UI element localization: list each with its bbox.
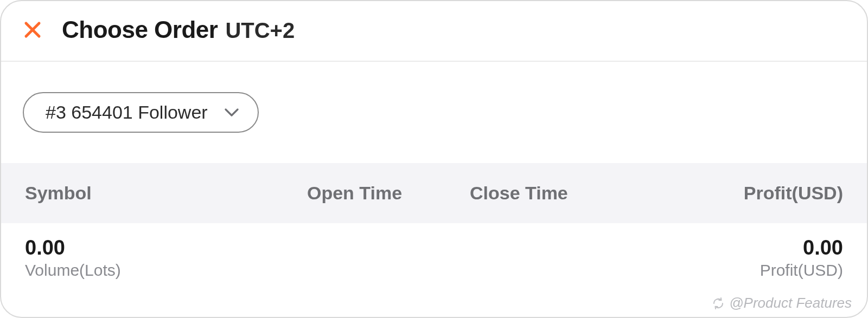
summary-profit-label: Profit(USD) xyxy=(434,261,843,280)
title-timezone: UTC+2 xyxy=(225,18,295,43)
summary-profit-value: 0.00 xyxy=(434,236,843,260)
close-icon[interactable] xyxy=(23,20,42,40)
column-header-symbol: Symbol xyxy=(25,183,307,204)
column-header-close-time: Close Time xyxy=(470,183,643,204)
summary-volume-label: Volume(Lots) xyxy=(25,261,434,280)
orders-table-header: Symbol Open Time Close Time Profit(USD) xyxy=(1,163,867,223)
column-header-profit: Profit(USD) xyxy=(643,183,843,204)
panel-title: Choose Order UTC+2 xyxy=(62,16,295,43)
dropdown-selected-label: #3 654401 Follower xyxy=(46,102,208,123)
panel-body: #3 654401 Follower Symbol Open Time Clos… xyxy=(1,62,867,280)
choose-order-panel: Choose Order UTC+2 #3 654401 Follower Sy… xyxy=(0,0,868,318)
column-header-open-time: Open Time xyxy=(307,183,470,204)
summary-profit: 0.00 Profit(USD) xyxy=(434,236,843,280)
summary-row: 0.00 Volume(Lots) 0.00 Profit(USD) xyxy=(1,223,867,280)
summary-volume: 0.00 Volume(Lots) xyxy=(25,236,434,280)
panel-header: Choose Order UTC+2 xyxy=(1,1,867,62)
chevron-down-icon xyxy=(224,105,239,120)
account-filter-dropdown[interactable]: #3 654401 Follower xyxy=(23,92,259,133)
refresh-icon xyxy=(712,297,725,310)
watermark-text: @Product Features xyxy=(729,295,852,311)
watermark: @Product Features xyxy=(712,295,852,311)
title-main: Choose Order xyxy=(62,16,218,43)
summary-volume-value: 0.00 xyxy=(25,236,434,260)
